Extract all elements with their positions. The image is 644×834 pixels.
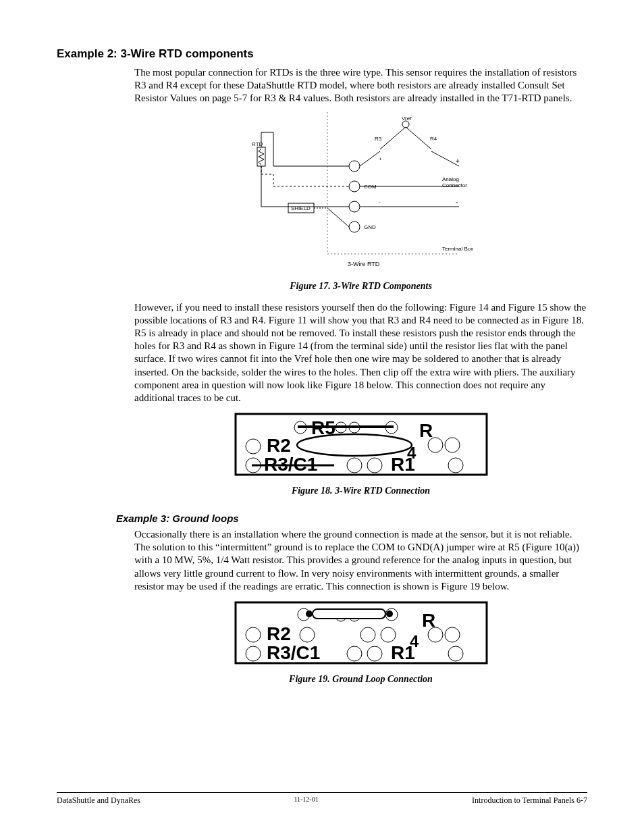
svg-line-3	[380, 127, 406, 149]
svg-point-32	[367, 458, 382, 473]
svg-point-5	[349, 161, 360, 172]
document-page: Example 2: 3-Wire RTD components The mos…	[0, 0, 644, 834]
svg-point-44	[360, 627, 375, 642]
svg-text:+: +	[456, 157, 460, 165]
svg-text:-: -	[456, 198, 458, 205]
fig17-minus-label: -	[379, 199, 381, 205]
svg-point-49	[347, 646, 362, 661]
svg-point-26	[297, 434, 412, 456]
figure-17-wrap: Terminal Box Vref R3 R4 + + COM Analog C…	[134, 112, 587, 277]
svg-line-4	[406, 127, 431, 149]
example-2-paragraph-2: However, if you need to install these re…	[134, 301, 587, 405]
fig17-bottom-title: 3-Wire RTD	[348, 261, 380, 267]
fig17-shield-label: SHIELD	[291, 205, 311, 211]
fig17-terminal-box-label: Terminal Box	[442, 246, 473, 252]
figure-19-caption: Figure 19. Ground Loop Connection	[134, 674, 587, 685]
figure-18-caption: Figure 18. 3-Wire RTD Connection	[134, 486, 587, 496]
figure-17-caption: Figure 17. 3-Wire RTD Components	[134, 281, 587, 292]
svg-line-18	[327, 208, 349, 227]
example-2-title: Example 2: 3-Wire RTD components	[57, 47, 587, 61]
svg-point-40	[306, 610, 313, 617]
svg-point-31	[347, 458, 362, 473]
svg-rect-39	[313, 609, 385, 619]
example-2-paragraph-1: The most popular connection for RTDs is …	[134, 66, 587, 105]
figure-18-svg: R5 R R2 4 R3/C1 R1	[233, 411, 489, 479]
fig17-analog-label-2: Connector	[442, 182, 467, 188]
svg-line-7	[431, 151, 459, 166]
svg-point-43	[300, 627, 315, 642]
svg-point-50	[367, 646, 382, 661]
figure-19-wrap: R R2 4 R3/C1 R1	[134, 600, 587, 670]
fig18-r-label: R	[419, 420, 433, 441]
svg-point-14	[349, 221, 360, 232]
fig17-vref-label: Vref	[402, 115, 412, 122]
fig19-r2-label: R2	[267, 623, 291, 644]
page-footer: DataShuttle and DynaRes 11-12-01 Introdu…	[57, 792, 587, 806]
svg-point-27	[428, 438, 443, 452]
fig17-r3-label: R3	[375, 136, 382, 142]
svg-point-11	[349, 201, 360, 212]
svg-point-45	[381, 627, 396, 642]
fig18-r1-label: R1	[391, 454, 415, 475]
example-3-title: Example 3: Ground loops	[116, 513, 587, 524]
svg-point-25	[246, 439, 261, 454]
figure-18-wrap: R5 R R2 4 R3/C1 R1	[134, 411, 587, 481]
svg-point-42	[246, 627, 261, 642]
fig17-analog-label-1: Analog	[442, 176, 459, 182]
svg-point-2	[402, 121, 409, 128]
example-3-paragraph-1: Occasionally there is an installation wh…	[134, 528, 587, 593]
svg-line-6	[360, 151, 380, 166]
svg-point-41	[386, 610, 393, 617]
footer-mid: 11-12-01	[140, 796, 472, 806]
footer-left: DataShuttle and DynaRes	[57, 796, 140, 806]
svg-point-48	[246, 646, 261, 661]
svg-point-28	[445, 438, 460, 452]
fig18-r2-label: R2	[267, 435, 291, 456]
svg-point-47	[445, 627, 460, 642]
footer-right: Introduction to Terminal Panels 6-7	[472, 796, 587, 806]
fig19-r1-label: R1	[391, 642, 415, 663]
fig17-plus-label: +	[379, 156, 382, 162]
fig17-gnd-label: GND	[364, 224, 376, 230]
svg-point-9	[349, 181, 360, 192]
svg-point-51	[448, 646, 463, 661]
svg-point-33	[448, 458, 463, 473]
fig17-r4-label: R4	[430, 136, 437, 142]
figure-17-svg: Terminal Box Vref R3 R4 + + COM Analog C…	[233, 112, 489, 274]
figure-19-svg: R R2 4 R3/C1 R1	[233, 600, 489, 667]
fig19-r3c1-label: R3/C1	[267, 642, 320, 663]
